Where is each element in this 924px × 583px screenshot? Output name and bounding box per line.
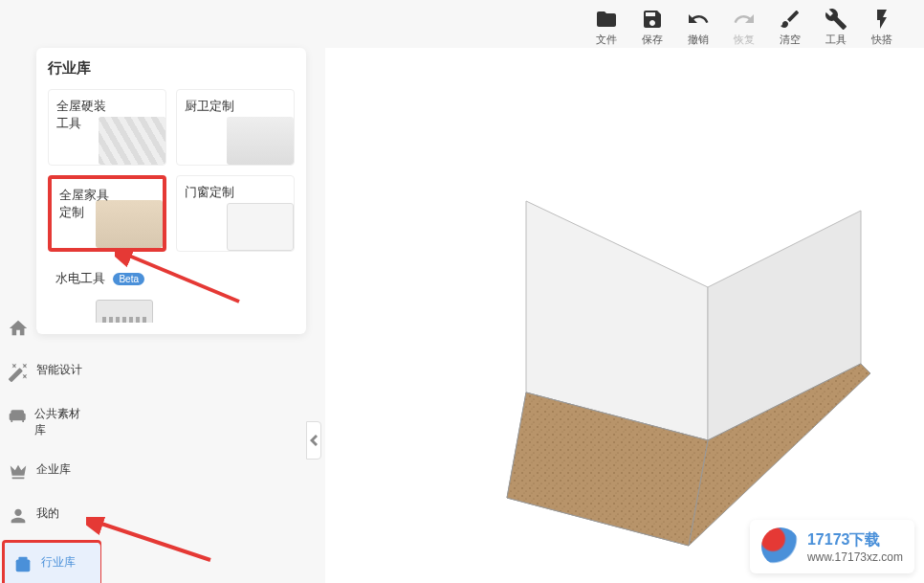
nav-sucai-label: 公共素材库 <box>34 406 88 438</box>
tools-button[interactable]: 工具 <box>813 8 859 47</box>
quick-label: 快搭 <box>871 33 892 47</box>
card-menchuang[interactable]: 门窗定制 <box>176 175 295 252</box>
watermark-logo-icon <box>761 527 800 566</box>
save-button[interactable]: 保存 <box>629 8 675 47</box>
quick-button[interactable]: 快搭 <box>859 8 905 47</box>
watermark-url: www.17173xz.com <box>807 550 903 564</box>
industry-library-panel: 行业库 全屋硬装 工具 厨卫定制 全屋家具 定制 门窗定制 水电工具 Beta <box>36 48 306 334</box>
svg-rect-0 <box>16 560 31 572</box>
redo-button[interactable]: 恢复 <box>721 8 767 47</box>
card-label: 厨卫定制 <box>185 98 286 115</box>
annotation-arrow-2 <box>86 517 220 565</box>
card-quanwu-yingzhuang[interactable]: 全屋硬装 工具 <box>48 89 166 166</box>
file-label: 文件 <box>596 33 617 47</box>
brush-icon <box>779 8 802 31</box>
clear-button[interactable]: 清空 <box>767 8 813 47</box>
thumb-panel-icon <box>227 203 294 251</box>
left-navigation: 户型 智能设计 公共素材库 企业库 我的 行业库 <box>0 306 103 583</box>
thumb-electric-icon <box>96 300 153 323</box>
nav-wode-label: 我的 <box>36 505 59 522</box>
collapse-panel-button[interactable] <box>306 421 321 460</box>
svg-line-12 <box>96 522 210 560</box>
redo-icon <box>733 8 756 31</box>
nav-hangyeku-label: 行业库 <box>41 554 76 571</box>
redo-label: 恢复 <box>734 33 755 47</box>
card-label: 全屋家具 定制 <box>59 187 155 221</box>
card-label: 水电工具 <box>55 271 105 285</box>
room-3d-view <box>421 172 880 574</box>
save-label: 保存 <box>642 33 663 47</box>
beta-badge: Beta <box>113 273 144 285</box>
person-icon <box>8 505 29 527</box>
card-shuidian[interactable]: 水电工具 Beta <box>48 261 174 323</box>
folder-icon <box>595 8 618 31</box>
tools-label: 工具 <box>825 33 847 47</box>
undo-button[interactable]: 撤销 <box>675 8 721 47</box>
undo-icon <box>687 8 710 31</box>
svg-rect-1 <box>18 557 27 561</box>
watermark-brand: 17173下载 <box>807 530 903 550</box>
sofa-icon <box>8 406 27 427</box>
clear-label: 清空 <box>780 33 801 47</box>
file-button[interactable]: 文件 <box>583 8 629 47</box>
crown-icon <box>8 461 29 482</box>
card-quanwu-jiaju[interactable]: 全屋家具 定制 <box>48 175 166 252</box>
nav-wode[interactable]: 我的 <box>0 494 96 538</box>
thumb-kitchen-icon <box>227 117 294 165</box>
nav-zhineng[interactable]: 智能设计 <box>0 350 96 394</box>
chevron-left-icon <box>310 435 318 446</box>
nav-sucai[interactable]: 公共素材库 <box>0 394 96 450</box>
watermark: 17173下载 www.17173xz.com <box>750 520 914 573</box>
card-label: 门窗定制 <box>185 184 286 201</box>
bolt-icon <box>870 8 893 31</box>
nav-hangyeku[interactable]: 行业库 <box>5 543 100 583</box>
card-chuwei[interactable]: 厨卫定制 <box>176 89 295 166</box>
home-icon <box>8 318 29 339</box>
wand-icon <box>8 362 29 383</box>
design-canvas[interactable] <box>325 48 924 583</box>
undo-label: 撤销 <box>688 33 709 47</box>
nav-qiyeku-label: 企业库 <box>36 461 71 478</box>
top-toolbar: 文件 保存 撤销 恢复 清空 工具 快搭 <box>564 0 924 55</box>
nav-qiyeku[interactable]: 企业库 <box>0 450 96 494</box>
wrench-icon <box>825 8 847 31</box>
save-icon <box>641 8 664 31</box>
nav-zhineng-label: 智能设计 <box>36 362 82 378</box>
card-label: 全屋硬装 工具 <box>56 98 158 132</box>
panel-title: 行业库 <box>48 59 295 78</box>
box-icon <box>12 554 33 575</box>
